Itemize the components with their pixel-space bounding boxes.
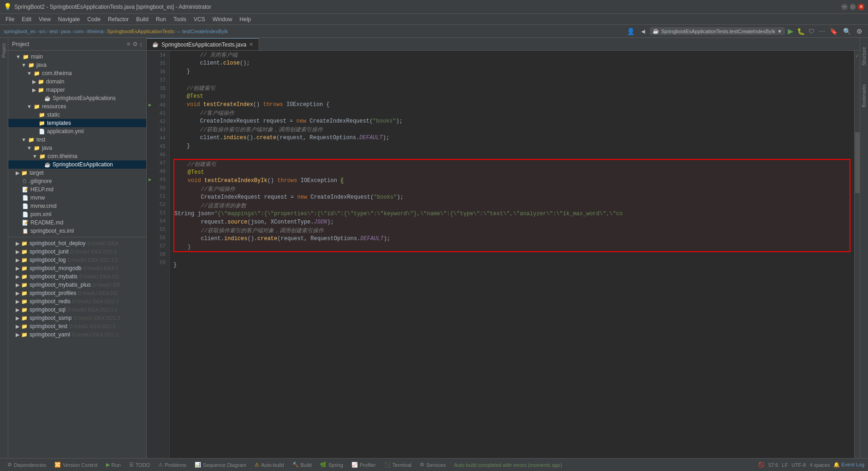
status-tab-spring[interactable]: 🌿 Spring [316, 461, 347, 469]
status-tab-version-control[interactable]: 🔀 Version Control [51, 461, 101, 469]
menu-tools[interactable]: Tools [170, 15, 190, 24]
menu-code[interactable]: Code [83, 15, 104, 24]
menu-file[interactable]: File [2, 15, 18, 24]
tree-pom-xml[interactable]: 📄 pom.xml [8, 210, 146, 218]
cursor-position[interactable]: 57:6 [768, 462, 778, 468]
tab-springboot-es-tests[interactable]: ☕ SpringbootEsApplicationTests.java ✕ [147, 38, 259, 50]
tree-java[interactable]: ▼ 📁 java [8, 61, 146, 69]
status-tab-sequence[interactable]: 📊 Sequence Diagram [191, 461, 250, 469]
tab-close-button[interactable]: ✕ [249, 41, 253, 47]
menu-build[interactable]: Build [132, 15, 152, 24]
highlight-box: //创建索引 @Test void testCreateIndexByIk() … [173, 159, 850, 252]
debug-button[interactable]: 🐛 [796, 27, 806, 36]
tree-domain[interactable]: ▶ 📁 domain [8, 77, 146, 86]
tree-gitignore[interactable]: 🗒 .gitignore [8, 177, 146, 185]
tree-application-yml[interactable]: 📄 application.yml [8, 127, 146, 135]
tree-mybatis-plus[interactable]: ▶ 📁 springboot_mybatis_plus D:\IntelliJ … [8, 281, 146, 289]
status-tab-dependencies[interactable]: ⚙ Dependencies [4, 461, 50, 469]
tree-yaml[interactable]: ▶ 📁 springboot_yaml D:\IntelliJ IDEA 202… [8, 330, 146, 339]
tree-mvnw[interactable]: 📄 mvnw [8, 194, 146, 202]
tree-springboot-es-tests[interactable]: ☕ SpringbootEsApplication [8, 160, 146, 169]
tree-resources[interactable]: ▼ 📁 resources [8, 102, 146, 111]
tree-test-com-itheima[interactable]: ▼ 📁 com.itheima [8, 152, 146, 160]
search-everywhere-button[interactable]: 🔍 [841, 27, 853, 36]
tree-templates[interactable]: 📁 templates [8, 119, 146, 127]
status-tab-todo[interactable]: ☰ TODO [125, 461, 154, 469]
scroll-indicator[interactable] [855, 132, 860, 194]
minimize-button[interactable]: ─ [841, 4, 848, 10]
event-log[interactable]: 🔔 Event Log [833, 462, 864, 468]
structure-panel: Structure Bookmarks [860, 38, 868, 458]
line-ending[interactable]: LF [782, 462, 788, 468]
status-tab-profiler[interactable]: 📈 Profiler [348, 461, 380, 469]
breadcrumb-project[interactable]: springboot_es [4, 29, 36, 34]
sidebar-settings[interactable]: ⚙ [132, 41, 138, 47]
breadcrumb-test[interactable]: test [49, 29, 58, 34]
menu-navigate[interactable]: Navigate [54, 15, 83, 24]
bookmark-button[interactable]: 🔖 [828, 27, 839, 36]
breadcrumb: springboot_es › src › test › java › com … [4, 29, 228, 34]
status-tab-run[interactable]: ▶ Run [102, 461, 125, 469]
tree-main[interactable]: ▼ 📁 main [8, 53, 146, 61]
tree-junit[interactable]: ▶ 📁 springboot_junit D:\IntelliJ IDEA 20… [8, 247, 146, 256]
maximize-button[interactable]: □ [850, 4, 856, 10]
line-number-gutter: 34 35 36 37 38 39 ▶40 41 42 43 44 45 46 … [147, 51, 170, 458]
breadcrumb-itheima[interactable]: itheima [87, 29, 103, 34]
breadcrumb-src[interactable]: src [39, 29, 46, 34]
breadcrumb-com[interactable]: com [74, 29, 83, 34]
menu-refactor[interactable]: Refactor [104, 15, 132, 24]
tree-log[interactable]: ▶ 📁 springboot_log D:\IntelliJ IDEA 2021… [8, 256, 146, 264]
coverage-button[interactable]: 🛡 [808, 27, 816, 36]
tree-readme[interactable]: 📝 README.md [8, 218, 146, 227]
tree-redis[interactable]: ▶ 📁 springboot_redis D:\IntelliJ IDEA 20… [8, 297, 146, 306]
sidebar-tree: ▼ 📁 main ▼ 📁 java ▼ 📁 com.itheima ▶ 📁 d [8, 51, 146, 458]
menu-vcs[interactable]: VCS [190, 15, 209, 24]
tree-test[interactable]: ▼ 📁 test [8, 135, 146, 144]
menu-window[interactable]: Window [209, 15, 236, 24]
breadcrumb-method[interactable]: ⬦ testCreateIndexByIk [178, 29, 228, 34]
tree-com-itheima[interactable]: ▼ 📁 com.itheima [8, 69, 146, 77]
vcs-button[interactable]: 👤 [625, 27, 636, 36]
back-button[interactable]: ◄ [638, 27, 648, 36]
indent-info[interactable]: 4 spaces [809, 462, 830, 468]
menu-view[interactable]: View [35, 15, 54, 24]
tree-target[interactable]: ▶ 📁 target [8, 169, 146, 177]
menu-run[interactable]: Run [152, 15, 170, 24]
code-editor[interactable]: 34 35 36 37 38 39 ▶40 41 42 43 44 45 46 … [147, 51, 860, 458]
tree-mongodb[interactable]: ▶ 📁 springboot_mongodb D:\IntelliJ IDEA … [8, 264, 146, 272]
tree-mapper[interactable]: ▶ 📁 mapper [8, 86, 146, 94]
tree-iml[interactable]: 📋 springboot_es.iml [8, 227, 146, 235]
tree-hot-deploy[interactable]: ▶ 📁 springboot_hot_deploy D:\IntelliJ ID… [8, 239, 146, 247]
settings-button[interactable]: ⚙ [855, 27, 864, 36]
sidebar-collapse-all[interactable]: ≡ [127, 41, 131, 47]
status-tab-services[interactable]: ⚙ Services [416, 461, 449, 469]
tree-test-proj[interactable]: ▶ 📁 springboot_test D:\IntelliJ IDEA 202… [8, 322, 146, 330]
tree-springboot-app[interactable]: ☕ SpringbootEsApplications [8, 94, 146, 102]
menu-help[interactable]: Help [236, 15, 255, 24]
tree-static[interactable]: 📁 static [8, 111, 146, 119]
encoding[interactable]: UTF-8 [791, 462, 806, 468]
tree-mybatis[interactable]: ▶ 📁 springboot_mybatis D:\IntelliJ IDEA … [8, 272, 146, 281]
status-tab-build[interactable]: 🔨 Build [289, 461, 315, 469]
run-config-selector[interactable]: ☕ SpringbootEsApplicationTests.testCreat… [650, 27, 785, 35]
breadcrumb-java[interactable]: java [61, 29, 71, 34]
tree-help-md[interactable]: 📝 HELP.md [8, 185, 146, 194]
more-run-button[interactable]: ⋯ [818, 27, 826, 36]
code-line-56: client.indices().create(request, Request… [174, 235, 850, 243]
status-tab-problems[interactable]: ⚠ Problems [155, 461, 190, 469]
tree-mvnw-cmd[interactable]: 📄 mvnw.cmd [8, 202, 146, 210]
breadcrumb-class[interactable]: SpringbootEsApplicationTests [107, 29, 174, 34]
tree-ssmp[interactable]: ▶ 📁 springboot_ssmp D:\IntelliJ IDEA 202… [8, 314, 146, 322]
close-button[interactable]: ✕ [858, 4, 864, 10]
sidebar-sort[interactable]: ↕ [140, 41, 143, 47]
code-content[interactable]: // 关闭客户端 client.close(); } //创建索引 @Test [170, 51, 854, 458]
status-tab-auto-build[interactable]: ⚠ Auto-build [251, 461, 288, 469]
title-bar-controls[interactable]: ─ □ ✕ [841, 4, 864, 10]
activity-project[interactable]: Project [0, 41, 7, 59]
tree-profiles[interactable]: ▶ 📁 springboot_profiles D:\IntelliJ IDEA… [8, 289, 146, 297]
tree-sql[interactable]: ▶ 📁 springboot_sql D:\IntelliJ IDEA 2021… [8, 306, 146, 314]
tree-test-java[interactable]: ▼ 📁 java [8, 144, 146, 152]
menu-edit[interactable]: Edit [18, 15, 35, 24]
run-button[interactable]: ▶ [787, 26, 794, 36]
status-tab-terminal[interactable]: ⬛ Terminal [380, 461, 416, 469]
